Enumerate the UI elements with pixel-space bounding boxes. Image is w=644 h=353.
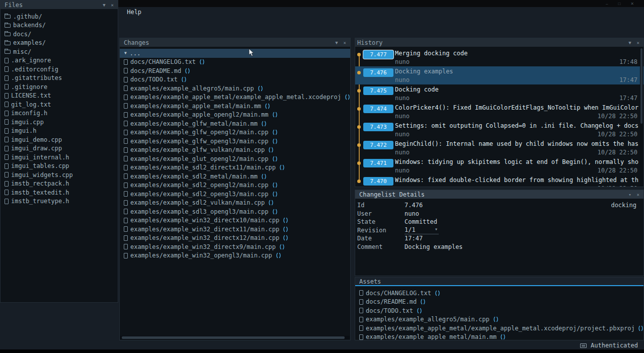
history-entry[interactable]: 7.477 Merging docking code nuno 17:48	[355, 48, 643, 66]
filter-icon[interactable]: ▼	[335, 40, 338, 45]
file-tree-row[interactable]: .github/	[1, 12, 118, 21]
asset-row[interactable]: examples/example_allegro5/main.cpp	[355, 315, 643, 324]
changed-file-row[interactable]: examples/example_win32_directx11/main.cp…	[120, 225, 350, 234]
caret-down-icon[interactable]: ▾	[435, 226, 438, 233]
changed-file-row[interactable]: examples/example_glut_opengl2/main.cpp	[120, 154, 350, 163]
file-tree-row[interactable]: .editorconfig	[1, 65, 118, 74]
file-tree-row[interactable]: imstb_rectpack.h	[1, 180, 118, 189]
history-entry[interactable]: 7.473 Settings: omit outputing Collapsed…	[355, 121, 643, 139]
revision-badge[interactable]: 7.474	[363, 105, 393, 113]
changed-file-row[interactable]: examples/example_win32_directx9/main.cpp	[120, 242, 350, 251]
file-name: imstb_textedit.h	[11, 189, 69, 196]
history-entry[interactable]: 7.475 Docking code nuno 17:47	[355, 84, 643, 103]
filter-icon[interactable]: ▼	[628, 40, 631, 45]
file-tree-row[interactable]: imgui.h	[1, 127, 118, 136]
asset-row[interactable]: examples/example_apple_metal/main.mm	[355, 333, 643, 340]
changed-file-row[interactable]: examples/example_sdl2_opengl3/main.cpp	[120, 190, 350, 199]
changed-file-row[interactable]: docs/TODO.txt	[120, 75, 350, 84]
asset-row[interactable]: docs/README.md	[355, 298, 643, 307]
caret-down-icon[interactable]: ▾	[628, 192, 631, 197]
vertical-scrollbar[interactable]	[640, 47, 643, 186]
asset-row[interactable]: docs/CHANGELOG.txt	[355, 289, 643, 298]
file-tree-row[interactable]: .gitattributes	[1, 74, 118, 83]
detail-value: Docking examples	[405, 243, 463, 250]
changed-file-row[interactable]: examples/example_apple_metal/main.mm	[120, 102, 350, 111]
changed-file-row[interactable]: examples/example_win32_directx10/main.cp…	[120, 216, 350, 225]
history-entry[interactable]: 7.471 Windows: tidying up skipitems logi…	[355, 157, 643, 175]
revision-badge[interactable]: 7.471	[363, 159, 393, 167]
changed-file-row[interactable]: examples/example_win32_directx12/main.cp…	[120, 234, 350, 243]
file-tree-row[interactable]: imconfig.h	[1, 109, 118, 118]
file-tree-row[interactable]: imstb_truetype.h	[1, 197, 118, 206]
file-tree-row[interactable]: imgui.cpp	[1, 118, 118, 127]
checkout-status-icon	[276, 252, 281, 258]
changed-file-row[interactable]: examples/example_sdl2_vulkan/main.cpp	[120, 199, 350, 208]
file-tree-row[interactable]: imgui_tables.cpp	[1, 162, 118, 171]
close-icon[interactable]: ✕	[344, 40, 346, 45]
file-tree-row[interactable]: imgui_widgets.cpp	[1, 170, 118, 180]
close-button[interactable]: ✕	[630, 2, 634, 6]
asset-row[interactable]: docs/TODO.txt	[355, 306, 643, 315]
file-icon	[359, 290, 363, 296]
close-icon[interactable]: ✕	[111, 3, 114, 8]
changed-file-row[interactable]: examples/example_glfw_opengl2/main.cpp	[120, 128, 350, 137]
file-tree-row[interactable]: examples/	[1, 39, 118, 48]
changed-file-row[interactable]: examples/example_sdl2_metal/main.mm	[120, 172, 350, 181]
changed-file-row[interactable]: docs/README.md	[120, 66, 350, 75]
changed-file-row[interactable]: examples/example_allegro5/main.cpp	[120, 84, 350, 93]
history-entry[interactable]: 7.470 Windows: fixed double-clicked bord…	[355, 175, 643, 187]
file-tree-row[interactable]: backends/	[1, 21, 118, 30]
file-tree-row[interactable]: imgui_internal.h	[1, 153, 118, 162]
file-icon	[5, 58, 9, 63]
changes-root-row[interactable]: ▼ ...	[120, 49, 350, 58]
changes-panel-title: Changes	[124, 39, 149, 46]
revision-badge[interactable]: 7.472	[363, 141, 393, 149]
history-entry[interactable]: 7.474 ColorPicker4(): Fixed ImGuiColorEd…	[355, 103, 643, 121]
file-tree-row[interactable]: .gitignore	[1, 82, 118, 92]
revision-badge[interactable]: 7.475	[363, 86, 393, 95]
changed-file-row[interactable]: examples/example_apple_opengl2/main.mm	[120, 111, 350, 120]
history-entry[interactable]: 7.472 BeginChild(): Internal name used b…	[355, 139, 643, 157]
filter-icon[interactable]: ▼	[103, 3, 105, 8]
file-tree-row[interactable]: LICENSE.txt	[1, 92, 118, 101]
changed-file-row[interactable]: examples/example_glfw_vulkan/main.cpp	[120, 146, 350, 155]
expander-icon[interactable]: ▼	[124, 51, 127, 55]
minimize-button[interactable]: –	[606, 2, 608, 6]
detail-value-text: Committed	[405, 218, 437, 225]
revision-badge[interactable]: 7.477	[363, 50, 393, 59]
file-tree-row[interactable]: misc/	[1, 47, 118, 56]
close-icon[interactable]: ✕	[637, 40, 639, 45]
file-tree-row[interactable]: imgui_draw.cpp	[1, 144, 118, 153]
changed-file-row[interactable]: examples/example_sdl3_opengl3/main.cpp	[120, 207, 350, 216]
revision-badge[interactable]: 7.470	[363, 177, 393, 186]
changed-file-row[interactable]: examples/example_sdl2_opengl2/main.cpp	[120, 181, 350, 190]
file-tree-row[interactable]: imgui_demo.cpp	[1, 135, 118, 144]
file-tree-row[interactable]: docs/	[1, 30, 118, 39]
detail-row: Comment Docking examples	[355, 243, 643, 251]
history-entry[interactable]: 7.476 Docking examples nuno 17:47	[355, 66, 643, 84]
changed-file-row[interactable]: examples/example_sdl2_directx11/main.cpp	[120, 163, 350, 172]
horizontal-scrollbar[interactable]	[120, 336, 350, 339]
asset-row[interactable]: examples/example_apple_metal/example_app…	[355, 324, 643, 333]
checkout-status-icon	[279, 164, 285, 170]
scrollbar-thumb[interactable]	[640, 48, 642, 124]
revision-badge[interactable]: 7.476	[363, 68, 393, 77]
changed-file-row[interactable]: examples/example_apple_metal/example_app…	[120, 93, 350, 102]
checkout-status-icon	[345, 94, 350, 100]
changed-file-row[interactable]: examples/example_glfw_metal/main.mm	[120, 119, 350, 128]
changed-file-row[interactable]: examples/example_glfw_opengl3/main.cpp	[120, 137, 350, 146]
file-tree-row[interactable]: imstb_textedit.h	[1, 188, 118, 197]
revision-badge[interactable]: 7.473	[363, 123, 393, 131]
changed-file-row[interactable]: examples/example_win32_opengl3/main.cpp	[120, 251, 350, 260]
scrollbar-thumb[interactable]	[122, 336, 345, 339]
commit-author: nuno	[395, 167, 410, 174]
commit-message: Windows: tidying up skipitems logic at e…	[395, 158, 642, 165]
file-tree-row[interactable]: .ark_ignore	[1, 56, 118, 65]
file-icon	[124, 68, 128, 73]
menu-item[interactable]: Help	[127, 9, 141, 16]
checkout-status-icon	[283, 226, 288, 232]
close-icon[interactable]: ✕	[637, 192, 639, 197]
file-tree-row[interactable]: git_log.txt	[1, 100, 118, 109]
changed-file-row[interactable]: docs/CHANGELOG.txt	[120, 58, 350, 67]
maximize-button[interactable]: □	[618, 2, 620, 6]
